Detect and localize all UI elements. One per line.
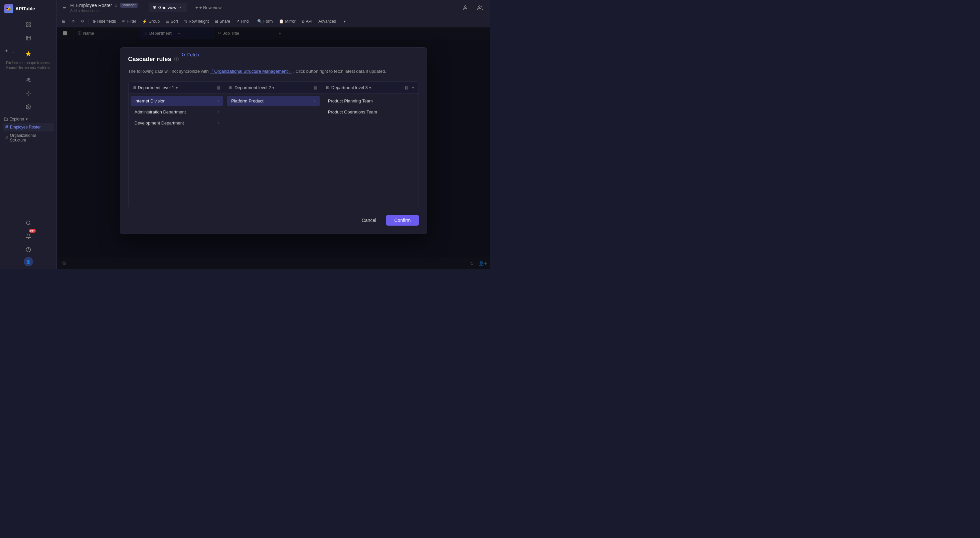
grid-view-icon: ⊞ <box>153 5 156 10</box>
add-level-icon[interactable]: + <box>412 85 415 90</box>
explorer-section: Explorer ▾ # Employee Roster # Organizat… <box>0 114 56 146</box>
fetch-button[interactable]: ↻ Fetch <box>181 52 199 57</box>
row-height-btn[interactable]: ⊟ Share <box>212 18 233 25</box>
dialog-description: The following data will not syncronize w… <box>128 68 419 75</box>
pin-star-icon: + ★ + <box>3 48 54 59</box>
app-name: APITable <box>15 6 35 11</box>
svg-rect-4 <box>26 36 30 40</box>
sidebar-item-employee-roster[interactable]: # Employee Roster <box>3 123 54 132</box>
level2-dropdown[interactable]: Department level 2 ▾ <box>234 85 311 90</box>
dialog-title-row: Cascader rules ⓘ ↻ Fetch <box>128 56 419 63</box>
sidebar-item-org-structure[interactable]: # Organizational Structure <box>3 132 54 144</box>
profile-icon[interactable] <box>459 2 471 14</box>
group-icon: ▤ <box>165 19 169 24</box>
explorer-label: Explorer <box>10 117 24 122</box>
content-area: Ⓣ Name ⊞ Department ⋯ ⊙ Job Title + Casc… <box>57 27 490 269</box>
level1-dropdown[interactable]: Department level 1 ▾ <box>138 85 215 90</box>
svg-rect-0 <box>26 23 28 24</box>
cascader-dialog: Cascader rules ⓘ ↻ Fetch The following d… <box>120 48 427 234</box>
topbar-title-block: ⊞ Employee Roster ☆ Manager Add a descri… <box>70 3 138 13</box>
cascader-item-operations[interactable]: Product Operations Team <box>324 107 417 117</box>
find-label: Form <box>264 19 273 24</box>
svg-rect-1 <box>29 23 30 24</box>
level2-chevron-icon: ▾ <box>272 85 275 90</box>
sidebar-toggle-icon[interactable]: ☰ <box>61 4 67 11</box>
desc-before: The following data will not syncronize w… <box>128 69 209 74</box>
cascader-item-planning[interactable]: Product Planning Team <box>324 96 417 106</box>
view-tabs: ⊞ Grid view ⋯ <box>146 3 189 12</box>
level2-delete-icon[interactable]: 🗑 <box>313 85 318 90</box>
find-btn[interactable]: 🔍 Form <box>255 18 275 25</box>
cascader-col2-header: ⊞ Department level 2 ▾ 🗑 <box>225 82 321 94</box>
sort-btn[interactable]: ⇅ Row height <box>181 18 212 25</box>
insert-record-btn[interactable]: ⊕ Hide fields <box>90 18 119 25</box>
share-icon: ↗ <box>236 19 240 24</box>
undo-icon: ↺ <box>72 19 75 24</box>
group-btn[interactable]: ▤ Sort <box>163 18 181 25</box>
level3-label: Department level 3 <box>331 85 368 90</box>
cascader-item-internet[interactable]: Internet Division › <box>130 96 223 106</box>
row-height-icon: ⊟ <box>215 19 218 24</box>
toolbar-sep-2 <box>253 19 253 24</box>
sidebar-top-icons <box>0 17 56 45</box>
svg-point-9 <box>28 106 29 108</box>
level2-icon: ⊞ <box>229 85 232 90</box>
cascader-item-platform[interactable]: Platform Product › <box>227 96 320 106</box>
cascader-item-admin[interactable]: Administration Department › <box>130 107 223 117</box>
hide-icon: 👁 <box>122 19 126 24</box>
dialog-footer: Cancel Confirm <box>128 215 419 225</box>
cascader-col3-items: Product Planning Team Product Operations… <box>322 94 418 208</box>
cascader-col2-items: Platform Product › <box>225 94 321 208</box>
api-btn[interactable]: Advanced <box>316 18 339 25</box>
level3-delete-icon[interactable]: 🗑 <box>404 85 409 90</box>
cascader-item-dev[interactable]: Development Department › <box>130 118 223 128</box>
topbar-subtitle: Add a description <box>70 9 138 13</box>
share-label: Find <box>241 19 248 24</box>
mirror-btn[interactable]: ⧉ API <box>299 18 315 25</box>
undo-btn[interactable]: ↺ <box>69 18 78 25</box>
table-icon[interactable] <box>22 32 34 44</box>
explorer-header[interactable]: Explorer ▾ <box>3 116 54 123</box>
insert-record-label: Hide fields <box>97 19 116 24</box>
dialog-title: Cascader rules <box>128 56 171 63</box>
sheet-title: Employee Roster <box>76 3 112 8</box>
org-structure-label: Organizational Structure <box>10 133 51 143</box>
level2-label: Department level 2 <box>234 85 271 90</box>
notification-icon[interactable]: 99+ <box>22 230 34 242</box>
group-label: Sort <box>171 19 178 24</box>
share-btn[interactable]: ↗ Find <box>234 18 251 25</box>
cancel-button[interactable]: Cancel <box>355 215 383 225</box>
filter-btn[interactable]: ⚡ Group <box>140 18 162 25</box>
redo-btn[interactable]: ↻ <box>78 18 87 25</box>
user-avatar[interactable]: 👤 <box>24 257 33 266</box>
form-btn[interactable]: 📋 Mirror <box>276 18 298 25</box>
hide-fields-btn[interactable]: 👁 Filter <box>119 18 139 25</box>
topbar-separator <box>142 4 142 11</box>
collapse-btn[interactable]: ⊟ <box>59 18 68 25</box>
tab-grid-view[interactable]: ⊞ Grid view ⋯ <box>149 3 187 12</box>
automation-icon[interactable] <box>22 87 34 100</box>
level1-delete-icon[interactable]: 🗑 <box>216 85 221 90</box>
desc-link[interactable]: 「Organizational Structure Management」 <box>210 69 292 74</box>
topbar-title-row: ⊞ Employee Roster ☆ Manager <box>70 3 138 8</box>
search-icon[interactable] <box>22 217 34 229</box>
new-view-button[interactable]: + + New view <box>192 3 225 12</box>
team-icon[interactable] <box>474 2 486 14</box>
app-logo[interactable]: 🐝 APITable <box>0 0 56 17</box>
users-icon[interactable] <box>22 74 34 86</box>
confirm-button[interactable]: Confirm <box>386 215 418 225</box>
admin-label: Administration Department <box>135 110 186 114</box>
redo-icon: ↻ <box>81 19 84 24</box>
advanced-btn[interactable]: ▾ <box>340 18 348 25</box>
settings-icon[interactable] <box>22 101 34 113</box>
level3-dropdown[interactable]: Department level 3 ▾ <box>331 85 402 90</box>
new-view-plus-icon: + <box>196 5 198 10</box>
info-icon[interactable]: ⓘ <box>174 56 179 62</box>
level3-chevron-icon: ▾ <box>369 85 371 90</box>
logo-icon: 🐝 <box>4 4 13 13</box>
internet-chevron-icon: › <box>218 98 219 103</box>
home-icon[interactable] <box>22 19 34 31</box>
help-icon[interactable] <box>22 244 34 256</box>
filter-icon: ⚡ <box>142 19 147 24</box>
svg-rect-2 <box>26 25 28 27</box>
